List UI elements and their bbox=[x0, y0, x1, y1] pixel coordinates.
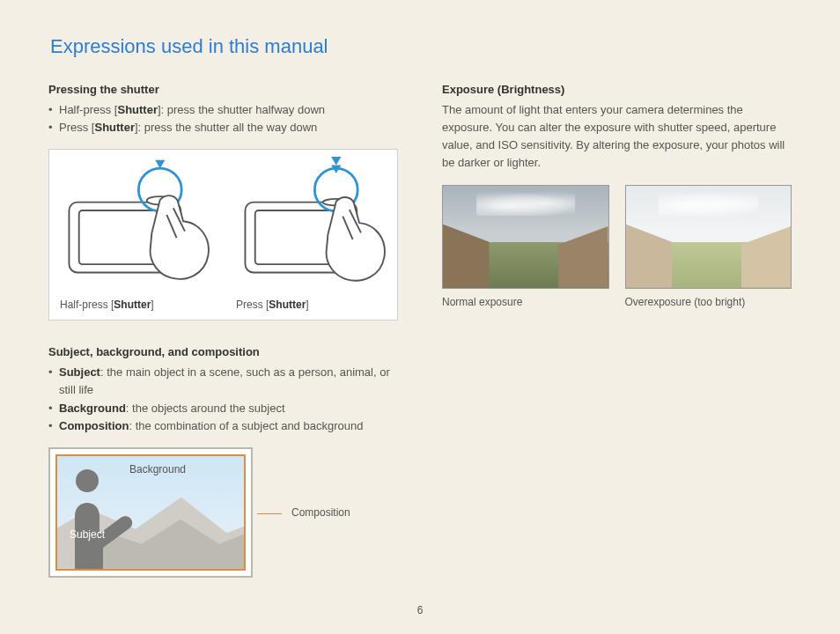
exposure-normal-item: Normal exposure bbox=[442, 185, 609, 308]
composition-inner: Background Subject bbox=[55, 454, 246, 571]
exposure-over-item: Overexposure (too bright) bbox=[625, 185, 792, 308]
page-title: Expressions used in this manual bbox=[50, 35, 792, 58]
shutter-half-illustration bbox=[60, 157, 227, 293]
shutter-half-item: Half-press [Shutter] bbox=[60, 157, 227, 311]
exposure-photo-row: Normal exposure Overexposure (too bright… bbox=[442, 185, 792, 308]
shutter-full-item: Press [Shutter] bbox=[236, 157, 403, 311]
composition-frame: Background Subject bbox=[48, 447, 253, 578]
shutter-full-illustration bbox=[236, 157, 403, 293]
shutter-figure-row: Half-press [Shutter] bbox=[60, 157, 387, 311]
content-columns: Pressing the shutter Half-press [Shutter… bbox=[48, 83, 792, 601]
shutter-bullet-full: Press [Shutter]: press the shutter all t… bbox=[48, 119, 398, 136]
exposure-over-photo bbox=[625, 185, 792, 289]
composition-bullet-background: Background: the objects around the subje… bbox=[48, 400, 398, 417]
exposure-heading: Exposure (Brightness) bbox=[442, 83, 792, 96]
person-silhouette-icon bbox=[59, 463, 147, 569]
svg-rect-9 bbox=[255, 210, 338, 264]
exposure-normal-caption: Normal exposure bbox=[442, 296, 609, 308]
exposure-body: The amount of light that enters your cam… bbox=[442, 101, 792, 173]
composition-bullet-subject: Subject: the main object in a scene, suc… bbox=[48, 364, 398, 399]
shutter-full-caption: Press [Shutter] bbox=[236, 299, 309, 311]
page-number: 6 bbox=[48, 601, 792, 616]
manual-page: Expressions used in this manual Pressing… bbox=[0, 0, 840, 634]
shutter-figure-box: Half-press [Shutter] bbox=[48, 149, 398, 321]
composition-heading: Subject, background, and composition bbox=[48, 345, 398, 358]
composition-label: Composition bbox=[291, 506, 350, 519]
shutter-heading: Pressing the shutter bbox=[48, 83, 398, 96]
shutter-bullet-half: Half-press [Shutter]: press the shutter … bbox=[48, 101, 398, 119]
exposure-over-caption: Overexposure (too bright) bbox=[625, 296, 792, 308]
composition-bullets: Subject: the main object in a scene, suc… bbox=[48, 364, 398, 435]
left-column: Pressing the shutter Half-press [Shutter… bbox=[48, 83, 398, 601]
shutter-half-caption: Half-press [Shutter] bbox=[60, 299, 154, 311]
right-column: Exposure (Brightness) The amount of ligh… bbox=[442, 83, 792, 601]
exposure-normal-photo bbox=[442, 185, 609, 289]
shutter-bullets: Half-press [Shutter]: press the shutter … bbox=[48, 101, 398, 136]
svg-marker-5 bbox=[155, 160, 165, 168]
subject-label: Subject bbox=[70, 528, 105, 541]
svg-rect-1 bbox=[79, 210, 162, 264]
leader-line-icon bbox=[262, 512, 283, 513]
composition-figure: Background Subject Comp bbox=[48, 447, 398, 578]
svg-point-17 bbox=[76, 469, 99, 492]
composition-bullet-composition: Composition: the combination of a subjec… bbox=[48, 417, 398, 435]
svg-marker-13 bbox=[331, 157, 341, 165]
